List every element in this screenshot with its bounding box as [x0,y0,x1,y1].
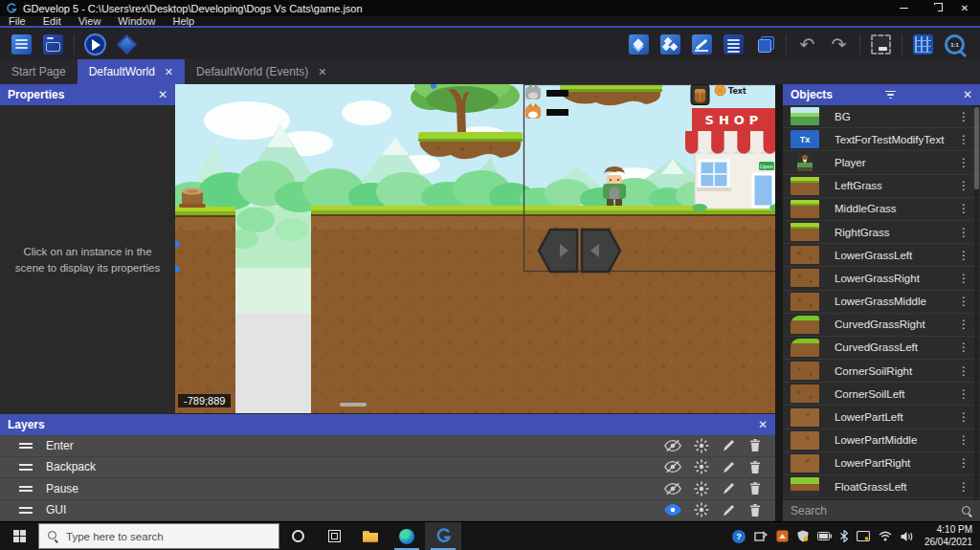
effects-icon[interactable] [694,481,709,496]
edit-pencil-icon[interactable] [722,503,736,517]
object-row[interactable]: LowerPartLeft⋮ [783,406,980,429]
delete-trash-icon[interactable] [748,438,762,452]
objects-scrollbar[interactable] [974,105,979,498]
object-row[interactable]: LeftGrass⋮ [783,175,980,198]
volume-icon[interactable] [901,531,914,542]
object-menu-icon[interactable]: ⋮ [955,318,972,331]
grid-icon[interactable] [911,33,935,56]
object-row-player[interactable]: Player⋮ [783,151,980,174]
objects-search-box[interactable]: Search [783,499,980,521]
object-menu-icon[interactable]: ⋮ [955,456,972,470]
visibility-eye-icon[interactable] [664,482,681,495]
delete-trash-icon[interactable] [748,481,762,495]
window-mask-icon[interactable] [869,33,893,56]
taskbar-clock[interactable]: 4:10 PM 26/04/2021 [924,524,972,548]
layers-list-icon[interactable] [753,33,777,56]
menu-file[interactable]: File [9,15,26,27]
object-row[interactable]: RightGrass⋮ [783,221,980,244]
object-row[interactable]: LowerPartRight⋮ [783,452,980,475]
object-menu-icon[interactable]: ⋮ [955,410,972,424]
scene-editor-icon[interactable] [41,33,65,56]
layers-close-icon[interactable]: ✕ [758,418,768,431]
menu-help[interactable]: Help [172,15,194,27]
edit-pencil-icon[interactable] [722,438,736,452]
menu-edit[interactable]: Edit [43,15,61,27]
tab-defaultworld[interactable]: DefaultWorld✕ [78,59,185,84]
object-menu-icon[interactable]: ⋮ [955,179,972,192]
layer-row-backpack[interactable]: Backpack [0,457,775,479]
object-menu-icon[interactable]: ⋮ [955,156,972,169]
window-share-icon[interactable] [754,531,768,542]
edit-properties-icon[interactable] [690,33,714,56]
drag-handle-icon[interactable] [19,505,33,517]
gdevelop-taskbar-button[interactable] [425,522,461,550]
object-menu-icon[interactable]: ⋮ [955,295,972,308]
object-menu-icon[interactable]: ⋮ [955,433,972,447]
redo-icon[interactable]: ↷ [827,33,851,56]
edge-button[interactable] [389,522,425,550]
object-row-bg[interactable]: BG⋮ [783,105,980,128]
minimize-button[interactable] [888,0,919,16]
object-row[interactable]: LowerGrassLeft⋮ [783,244,980,267]
object-menu-icon[interactable]: ⋮ [955,364,972,378]
tab-defaultworld-events[interactable]: DefaultWorld (Events)✕ [185,59,338,84]
object-row[interactable]: CurvedGrassRight⋮ [783,314,980,337]
tab-start-page[interactable]: Start Page [0,59,78,84]
cortana-button[interactable] [279,522,316,550]
tab-close-icon[interactable]: ✕ [165,66,173,78]
delete-trash-icon[interactable] [748,460,762,474]
debug-icon[interactable] [115,33,139,56]
project-manager-icon[interactable] [10,33,33,56]
menu-window[interactable]: Window [118,15,155,27]
snip-screen-icon[interactable] [857,531,870,541]
zoom-original-icon[interactable]: 1:1 [943,33,967,56]
layer-row-pause[interactable]: Pause [0,478,775,500]
object-row[interactable]: LowerPartMiddle⋮ [783,429,980,452]
drag-handle-icon[interactable] [19,483,33,495]
canvas-horizontal-scrollbar[interactable] [340,403,367,407]
task-view-button[interactable] [316,522,352,550]
properties-close-icon[interactable]: ✕ [158,88,167,101]
visibility-eye-icon[interactable] [664,503,681,517]
play-preview-icon[interactable] [83,33,107,56]
tab-close-icon[interactable]: ✕ [318,66,326,78]
undo-icon[interactable]: ↶ [795,33,819,56]
object-row[interactable]: CornerSoilRight⋮ [783,360,980,383]
object-row[interactable]: LowerGrassRight⋮ [783,267,980,290]
close-button[interactable]: ✕ [949,0,980,16]
effects-icon[interactable] [694,502,709,517]
object-row[interactable]: FloatGrassLeft⋮ [783,475,980,498]
battery-icon[interactable] [817,532,832,540]
start-button[interactable] [0,522,38,550]
file-explorer-button[interactable] [352,522,389,550]
object-groups-icon[interactable] [658,33,682,56]
object-menu-icon[interactable]: ⋮ [955,133,972,146]
delete-trash-icon[interactable] [748,503,762,517]
help-tray-icon[interactable]: ? [732,530,746,543]
object-menu-icon[interactable]: ⋮ [955,249,972,262]
effects-icon[interactable] [694,459,709,474]
panel-divider[interactable] [775,84,783,521]
menu-view[interactable]: View [78,15,101,27]
filter-icon[interactable] [885,90,896,100]
drag-handle-icon[interactable] [19,440,33,451]
object-menu-icon[interactable]: ⋮ [955,387,972,401]
edit-pencil-icon[interactable] [722,481,736,495]
object-menu-icon[interactable]: ⋮ [955,341,972,354]
visibility-eye-icon[interactable] [664,460,681,473]
object-row[interactable]: CurvedGrassLeft⋮ [783,337,980,360]
objects-close-icon[interactable]: ✕ [963,88,972,101]
object-row[interactable]: MiddleGrass⋮ [783,198,980,221]
object-menu-icon[interactable]: ⋮ [955,110,972,123]
edit-pencil-icon[interactable] [722,460,736,474]
bluetooth-icon[interactable] [840,530,848,542]
defender-shield-icon[interactable] [797,530,809,542]
add-object-icon[interactable] [627,33,651,56]
restore-button[interactable] [919,0,949,16]
wifi-icon[interactable] [879,531,892,541]
object-menu-icon[interactable]: ⋮ [955,480,972,494]
scene-canvas[interactable]: SHOP Open [175,84,779,413]
layer-row-enter[interactable]: Enter [0,435,775,457]
object-row[interactable]: CornerSoilLeft⋮ [783,383,980,406]
instances-list-icon[interactable] [722,33,746,56]
